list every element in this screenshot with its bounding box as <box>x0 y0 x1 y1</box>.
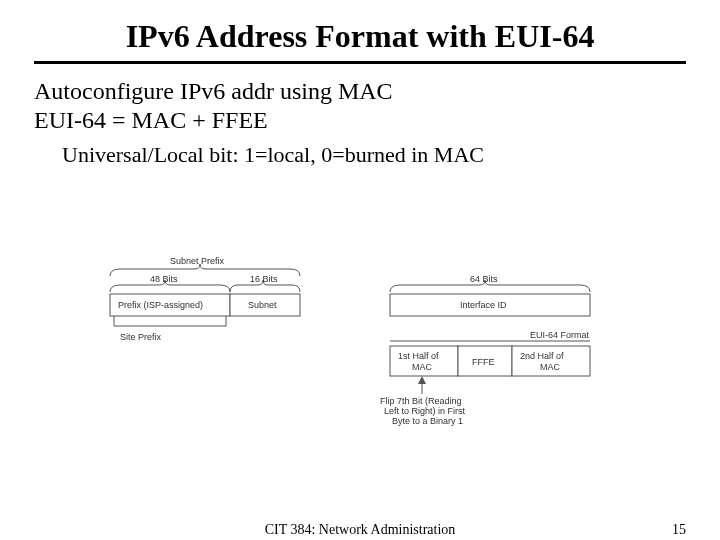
bits-16-label: 16 Bits <box>250 274 278 284</box>
slide-title: IPv6 Address Format with EUI-64 <box>34 18 686 55</box>
subnet-prefix-label: Subnet Prefix <box>170 256 225 266</box>
prefix-box-text: Prefix (ISP-assigned) <box>118 300 203 310</box>
mac1-text2: MAC <box>412 362 433 372</box>
body-line-2: EUI-64 = MAC + FFEE <box>34 107 686 134</box>
mac1-text1: 1st Half of <box>398 351 439 361</box>
site-prefix-label: Site Prefix <box>120 332 162 342</box>
flip-arrow-head <box>418 376 426 384</box>
slide: IPv6 Address Format with EUI-64 Autoconf… <box>0 0 720 540</box>
mac2-text2: MAC <box>540 362 561 372</box>
bits-64-label: 64 Bits <box>470 274 498 284</box>
fffe-text: FFFE <box>472 357 495 367</box>
flip-text1: Flip 7th Bit (Reading <box>380 396 462 406</box>
eui-format-label: EUI-64 Format <box>530 330 590 340</box>
flip-text3: Byte to a Binary 1 <box>392 416 463 426</box>
eui64-diagram: Subnet Prefix 48 Bits 16 Bits 64 Bits Pr… <box>100 254 620 434</box>
body-subline: Universal/Local bit: 1=local, 0=burned i… <box>62 142 686 168</box>
flip-text2: Left to Right) in First <box>384 406 466 416</box>
footer-course: CIT 384: Network Administration <box>0 522 720 538</box>
mac2-text1: 2nd Half of <box>520 351 564 361</box>
interface-box-text: Interface ID <box>460 300 507 310</box>
title-rule <box>34 61 686 64</box>
bits-48-label: 48 Bits <box>150 274 178 284</box>
body-line-1: Autoconfigure IPv6 addr using MAC <box>34 78 686 105</box>
subnet-box-text: Subnet <box>248 300 277 310</box>
footer-page-number: 15 <box>672 522 686 538</box>
